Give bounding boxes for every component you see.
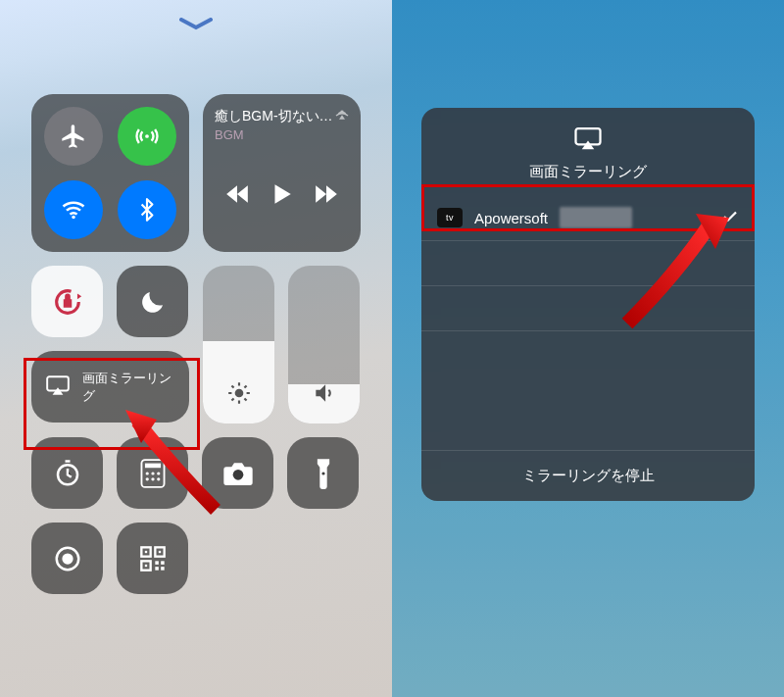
svg-rect-23: [144, 564, 146, 566]
mirroring-card: 画面ミラーリング tv Apowersoft ミラーリングを停止: [421, 108, 755, 501]
screen-mirroring-icon: [573, 137, 603, 154]
airplay-audio-icon: [333, 104, 351, 125]
svg-rect-7: [144, 463, 160, 468]
flashlight-button[interactable]: [287, 437, 359, 509]
svg-point-4: [234, 389, 243, 398]
previous-track-button[interactable]: [224, 183, 250, 209]
screen-mirroring-button[interactable]: 画面ミラーリング: [31, 351, 189, 423]
apple-tv-icon: tv: [437, 208, 463, 227]
qr-code-button[interactable]: [117, 523, 188, 594]
do-not-disturb-button[interactable]: [117, 266, 188, 337]
bluetooth-toggle[interactable]: [118, 180, 176, 239]
svg-point-10: [157, 472, 160, 474]
media-tile[interactable]: 癒しBGM-切ない… BGM: [203, 94, 361, 252]
media-subtitle: BGM: [215, 127, 349, 142]
svg-rect-21: [144, 550, 146, 552]
checkmark-icon: [721, 208, 739, 228]
svg-rect-26: [155, 567, 159, 571]
timer-button[interactable]: [31, 437, 103, 509]
volume-icon: [288, 380, 360, 406]
next-track-button[interactable]: [314, 183, 339, 209]
rotation-lock-button[interactable]: [31, 266, 103, 337]
chevron-down-icon[interactable]: [179, 18, 213, 35]
svg-point-0: [145, 134, 149, 138]
svg-rect-24: [155, 561, 159, 565]
svg-point-14: [232, 470, 243, 480]
mirroring-title: 画面ミラーリング: [431, 163, 745, 181]
svg-point-8: [145, 472, 148, 474]
screen-mirroring-icon: [45, 374, 71, 399]
svg-point-1: [73, 216, 76, 220]
camera-button[interactable]: [202, 437, 273, 509]
device-name: Apowersoft: [474, 210, 548, 226]
cellular-data-toggle[interactable]: [118, 107, 176, 166]
svg-rect-22: [158, 550, 160, 552]
svg-point-15: [321, 472, 324, 474]
media-title: 癒しBGM-切ない…: [215, 108, 349, 125]
screen-mirroring-label: 画面ミラーリング: [82, 370, 175, 405]
wifi-toggle[interactable]: [44, 180, 103, 239]
redacted-text: [560, 207, 632, 228]
calculator-button[interactable]: [117, 437, 188, 509]
stop-mirroring-button[interactable]: ミラーリングを停止: [421, 450, 755, 501]
mirroring-device-row[interactable]: tv Apowersoft: [421, 195, 755, 240]
control-center-panel: 癒しBGM-切ない… BGM: [0, 0, 392, 697]
svg-rect-25: [161, 561, 165, 565]
brightness-icon: [203, 380, 274, 406]
svg-rect-27: [161, 567, 165, 571]
brightness-slider[interactable]: [203, 266, 274, 423]
airplane-mode-toggle[interactable]: [44, 107, 103, 166]
volume-slider[interactable]: [288, 266, 360, 423]
play-button[interactable]: [269, 180, 294, 212]
connectivity-tile[interactable]: [31, 94, 189, 252]
mirroring-picker-panel: 画面ミラーリング tv Apowersoft ミラーリングを停止: [392, 0, 784, 697]
svg-point-9: [151, 472, 154, 474]
screen-record-button[interactable]: [31, 523, 103, 594]
svg-point-11: [145, 477, 148, 480]
svg-point-17: [62, 553, 73, 564]
svg-point-12: [151, 477, 154, 480]
svg-point-13: [157, 477, 160, 480]
control-center-grid: 癒しBGM-切ない… BGM: [31, 94, 361, 594]
